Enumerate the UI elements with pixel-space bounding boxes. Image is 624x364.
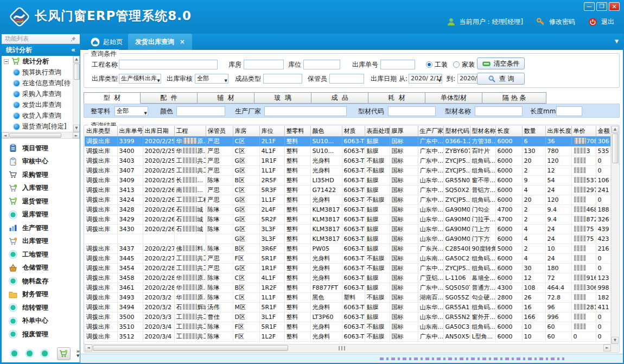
column-header[interactable]: 型材代码 — [443, 126, 470, 137]
material-tab[interactable]: 耗 材 — [368, 92, 425, 104]
keeper-input[interactable] — [329, 74, 364, 84]
table-row[interactable]: 调拨出库34092020/2/25长...陈琳B区2R5F整料LI35HD606… — [85, 176, 611, 186]
radio-workwear[interactable]: 工装 — [426, 60, 448, 69]
table-horizontal-scrollbar[interactable]: ◄ ► — [85, 344, 611, 352]
tab-shipping-outbound-query[interactable]: 发货出库查询 × — [128, 34, 192, 50]
scroll-grip-icon[interactable] — [339, 346, 346, 350]
tree-vertical-scrollbar[interactable]: ▲ ▼ — [73, 56, 80, 132]
tab-overflow-icon[interactable]: ▼ — [615, 39, 619, 44]
profile-name-input[interactable] — [475, 106, 523, 116]
table-row[interactable]: 调拨出库35122020/3/4工共工程陈琳F区1L2F整料光身料6063-T5… — [85, 332, 611, 342]
table-vertical-scrollbar[interactable]: ▲ ▼ — [611, 126, 619, 344]
project-name-input[interactable] — [119, 60, 218, 69]
sidebar-overflow-button[interactable]: » ▼ — [77, 349, 80, 358]
table-row[interactable]: 调拨出库35002020/3/3工共工程曹佳D区3L1F整料LT3P606063… — [85, 312, 611, 322]
table-hscroll-thumb[interactable] — [93, 345, 288, 351]
quick-module-icon[interactable] — [27, 350, 33, 356]
quick-module-icon[interactable] — [42, 350, 48, 356]
scroll-right-icon[interactable]: ► — [73, 132, 80, 138]
column-header[interactable]: 生产厂家 — [418, 126, 443, 137]
profile-code-input[interactable] — [388, 106, 436, 116]
material-tab[interactable]: 单体型材 — [425, 92, 482, 104]
tab-home[interactable]: 起始页 — [84, 34, 130, 50]
column-header[interactable]: 库房 — [233, 126, 259, 137]
sidebar-module-item[interactable]: 出库管理 — [2, 235, 80, 248]
scroll-down-icon[interactable]: ▼ — [73, 125, 80, 132]
warehouse-input[interactable] — [244, 60, 284, 69]
quick-module-icon[interactable] — [11, 350, 17, 356]
column-header[interactable]: 单价 — [571, 126, 596, 137]
tab-close-icon[interactable]: × — [180, 38, 185, 46]
order-no-input[interactable] — [380, 60, 415, 69]
sidebar-module-item[interactable]: 补单中心 — [2, 315, 80, 328]
vendor-input[interactable] — [264, 106, 347, 116]
sidebar-module-item[interactable]: 结转管理 — [2, 301, 80, 315]
scroll-left-icon[interactable]: ◄ — [85, 344, 92, 352]
table-row[interactable]: 调拨出库34452020/2/27工共工程严思F区5R1F整料光身料6063-T… — [85, 254, 611, 264]
table-row[interactable]: 调拨出库34932020/3/2华原...陈琳C区1L1F整料黑色塑料不贴膜国标… — [85, 293, 611, 303]
table-row[interactable]: 调拨出库34942020/3/2石辉城汤伟M区5R1F整料光身料6063-T5贴… — [85, 303, 611, 312]
close-button[interactable]: ✕ — [609, 2, 620, 11]
tree-item[interactable]: 退货查询[待定] — [2, 121, 73, 132]
date-from-picker[interactable]: 2020/ 2/16 ▼ — [409, 74, 442, 84]
color-input[interactable] — [176, 106, 225, 116]
table-row[interactable]: 调拨出库34302020/2/26石城陈琳G区3L3F整料KLM38176063… — [85, 225, 611, 234]
material-tab[interactable]: 成 品 — [311, 92, 368, 104]
material-tab[interactable]: 配 件 — [141, 92, 198, 104]
column-header[interactable]: 金额 — [596, 126, 611, 137]
sidebar-module-item[interactable]: 仓储管理 — [2, 261, 80, 275]
sidebar-module-item[interactable]: 报废管理 — [2, 328, 80, 341]
sidebar-module-item[interactable]: 退货管理 — [2, 195, 80, 208]
column-header[interactable]: 材质 — [342, 126, 365, 137]
column-header[interactable]: 表面处理 — [365, 126, 390, 137]
section-header[interactable]: 统计分析 « — [2, 44, 80, 56]
column-header[interactable]: 颜色 — [310, 126, 342, 137]
scroll-up-icon[interactable]: ▲ — [612, 126, 619, 133]
tree-hscroll-thumb[interactable] — [9, 133, 61, 138]
table-row[interactable]: 调拨出库34032020/2/25工共工程严思G区1R1F整料光身料6063-T… — [85, 156, 611, 166]
table-vscroll-thumb[interactable] — [612, 133, 619, 163]
sidebar-module-item[interactable]: 审核中心 — [2, 155, 80, 169]
scroll-right-icon[interactable]: ► — [603, 344, 611, 352]
scroll-up-icon[interactable]: ▲ — [73, 56, 80, 63]
table-row[interactable]: 调拨出库34242020/2/26工工程严思G区1L1F整料光身料6063-T5… — [85, 195, 611, 205]
table-row[interactable]: 调拨出库35102020/3/4工共工程陈琳F区5R1F整料光身料6063-T5… — [85, 322, 611, 332]
column-header[interactable]: 出库日期 — [143, 126, 174, 137]
column-header[interactable]: 数量 — [522, 126, 545, 137]
table-row[interactable]: 调拨出库34132020/2/26南...严思C区5R3F整料G71422606… — [85, 186, 611, 195]
tree-item[interactable]: 收货入库查询 — [2, 110, 73, 121]
column-header[interactable]: 出库类型 — [85, 126, 117, 137]
material-tab[interactable]: 玻 璃 — [254, 92, 311, 104]
table-row[interactable]: 调拨出库34072020/2/25工共工程严思G区1L1F整料光身料6063-T… — [85, 166, 611, 176]
collapse-icon[interactable]: « — [71, 46, 75, 54]
tree-item[interactable]: 发货出库查询 — [2, 99, 73, 110]
table-row[interactable]: 调拨出库34292020/2/26石城陈琳G区5R2F整料KLM38176063… — [85, 215, 611, 225]
clear-conditions-button[interactable]: 清空条件 — [477, 58, 525, 69]
sidebar-module-item[interactable]: 工地管理 — [2, 248, 80, 261]
material-tab[interactable]: 型 材 — [84, 92, 141, 104]
column-header[interactable]: 出库长度 — [545, 126, 571, 137]
column-header[interactable]: 整零料 — [284, 126, 310, 137]
length-input[interactable] — [556, 106, 582, 116]
sidebar-module-item[interactable]: 退库管理 — [2, 208, 80, 222]
tree-item[interactable]: 在途信息查询[待 — [2, 78, 73, 88]
radio-homewear[interactable]: 家装 — [453, 60, 475, 69]
sidebar-module-item[interactable]: 生产管理 — [2, 221, 80, 235]
table-row[interactable]: 调拨出库34002020/2/25华原...严思C区4L1F整料SU10...6… — [85, 146, 611, 156]
tree-expander-icon[interactable] — [4, 59, 9, 64]
column-header[interactable]: 膜厚 — [390, 126, 418, 137]
change-password-link[interactable]: 修改密码 — [549, 17, 575, 27]
scroll-down-icon[interactable]: ▼ — [612, 337, 619, 344]
column-header[interactable]: 工程 — [174, 126, 206, 137]
material-tab[interactable]: 辅 材 — [198, 92, 254, 104]
tree-item[interactable]: 预算执行查询 — [2, 67, 73, 78]
tree-scroll-thumb[interactable] — [74, 63, 80, 80]
table-row[interactable]: 调拨出库34372020/2/27佛料...陈琳B区3R6F整料PW056063… — [85, 244, 611, 254]
location-input[interactable] — [303, 60, 340, 69]
search-button[interactable]: 查 询 — [477, 73, 525, 85]
sidebar-module-item[interactable]: 入库管理 — [2, 182, 80, 195]
table-row[interactable]: 调拨出库34612020/2/28华原...陈琳B区1R2F整料F8877FT6… — [85, 283, 611, 293]
column-header[interactable]: 保管员 — [206, 126, 233, 137]
maximize-button[interactable]: ❐ — [596, 2, 607, 11]
whole-part-select[interactable]: 全部 ▼ — [114, 106, 148, 116]
